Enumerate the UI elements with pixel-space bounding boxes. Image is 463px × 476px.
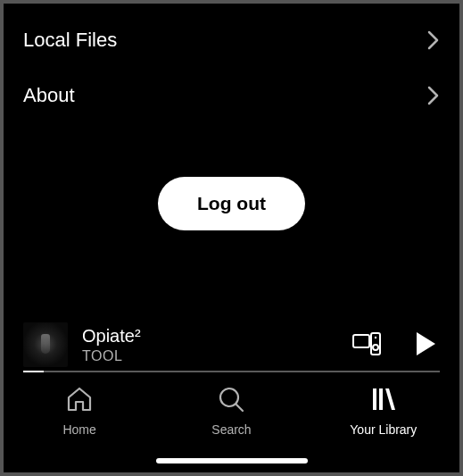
svg-point-5	[220, 388, 238, 406]
now-playing-bar[interactable]: Opiate² TOOL	[4, 315, 459, 367]
logout-container: Log out	[4, 177, 459, 230]
chevron-right-icon	[427, 30, 440, 50]
library-icon	[369, 385, 398, 417]
nav-home[interactable]: Home	[26, 385, 133, 437]
chevron-right-icon	[427, 86, 440, 105]
svg-point-3	[375, 336, 376, 338]
logout-button[interactable]: Log out	[158, 177, 305, 230]
track-artist: TOOL	[82, 348, 335, 364]
nav-label: Home	[62, 422, 95, 437]
svg-marker-4	[417, 332, 435, 355]
settings-screen: Local Files About Log out Opiate² TOOL	[0, 0, 463, 476]
play-button[interactable]	[411, 328, 440, 363]
play-icon	[415, 331, 436, 359]
home-icon	[65, 385, 94, 417]
nav-search[interactable]: Search	[178, 385, 285, 437]
now-playing-controls	[349, 328, 440, 363]
svg-rect-7	[373, 388, 376, 410]
settings-list: Local Files About	[4, 4, 459, 123]
track-title: Opiate²	[82, 326, 335, 347]
album-art[interactable]	[23, 322, 68, 367]
settings-row-about[interactable]: About	[4, 68, 459, 123]
nav-library[interactable]: Your Library	[330, 385, 437, 437]
search-icon	[217, 385, 245, 417]
devices-button[interactable]	[349, 329, 384, 362]
track-meta[interactable]: Opiate² TOOL	[82, 326, 335, 364]
svg-rect-8	[379, 388, 383, 410]
devices-icon	[352, 332, 381, 358]
home-indicator[interactable]	[156, 458, 308, 463]
settings-row-label: Local Files	[23, 29, 117, 52]
nav-label: Your Library	[350, 422, 417, 437]
svg-line-6	[236, 405, 243, 411]
svg-rect-0	[353, 335, 369, 347]
settings-row-local-files[interactable]: Local Files	[4, 13, 459, 68]
nav-label: Search	[211, 422, 251, 437]
settings-row-label: About	[23, 84, 75, 107]
svg-point-2	[373, 345, 378, 350]
